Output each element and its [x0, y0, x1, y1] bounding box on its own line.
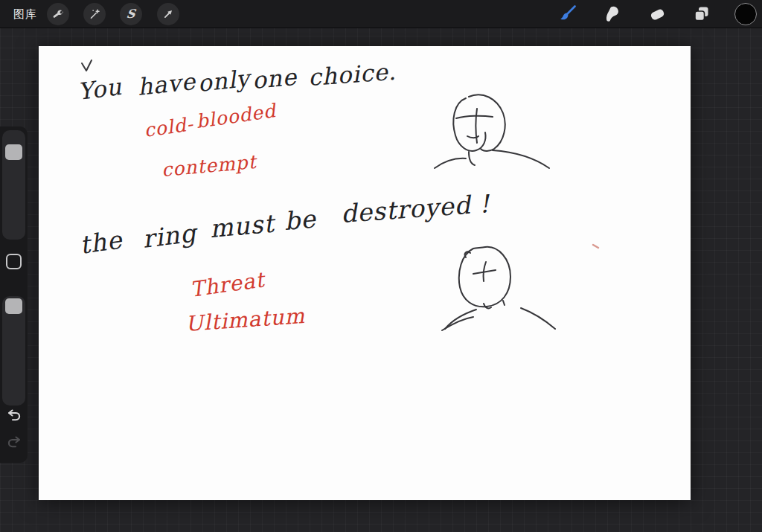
word: ring: [141, 218, 200, 254]
brush-size-handle[interactable]: [5, 144, 22, 160]
sidebar-panel: [0, 126, 28, 463]
word: the: [78, 225, 125, 260]
undo-button[interactable]: [5, 406, 23, 424]
word: Threat: [188, 267, 267, 302]
handwriting-red-ultimatum: Ultimatum: [185, 304, 306, 336]
opacity-handle[interactable]: [5, 298, 22, 314]
word: contempt: [161, 151, 259, 181]
head-sketch-bottom: [442, 247, 555, 330]
selection-button[interactable]: S: [120, 3, 142, 25]
handwriting-black-line-1: You have only one choice.: [76, 58, 397, 105]
arrow-cursor-icon: [161, 7, 175, 21]
transform-button[interactable]: [157, 3, 179, 25]
procreate-workspace: { "topbar": { "gallery_label": "图库", "se…: [0, 0, 762, 532]
paint-tool-button[interactable]: [556, 3, 578, 25]
layers-icon: [692, 4, 711, 24]
actions-button[interactable]: [47, 3, 69, 25]
smudge-tool-button[interactable]: [601, 3, 624, 25]
word: destroyed !: [340, 189, 492, 228]
canvas-artwork: You have only one choice. cold- blooded …: [39, 46, 691, 500]
eraser-icon: [647, 4, 667, 24]
word: blooded: [195, 100, 278, 132]
word: Ultimatum: [185, 304, 306, 336]
stray-red-mark: [593, 245, 598, 248]
handwriting-red-contempt: contempt: [161, 151, 259, 181]
word: only: [196, 64, 254, 96]
word: must: [208, 208, 278, 243]
erase-tool-button[interactable]: [646, 3, 668, 25]
head-sketch-top: [435, 94, 549, 168]
drawing-canvas[interactable]: You have only one choice. cold- blooded …: [39, 46, 691, 500]
paintbrush-icon: [557, 4, 577, 24]
gallery-button[interactable]: 图库: [13, 0, 37, 28]
word: have: [136, 68, 197, 100]
magic-wand-icon: [88, 7, 101, 21]
opacity-slider[interactable]: [2, 296, 25, 406]
modify-button[interactable]: [6, 254, 22, 269]
check-mark-stroke: [82, 60, 92, 71]
handwriting-black-line-2: the ring must be destroyed !: [78, 189, 492, 260]
handwriting-red-cold-blooded: cold- blooded: [143, 100, 278, 141]
adjustments-button[interactable]: [83, 3, 106, 25]
wrench-icon: [51, 7, 65, 21]
redo-icon: [5, 433, 23, 451]
top-toolbar: 图库 S: [0, 0, 762, 28]
word: be: [283, 204, 318, 236]
redo-button[interactable]: [5, 433, 23, 451]
word: You: [76, 73, 123, 105]
word: one: [251, 63, 298, 94]
selection-s-icon: S: [126, 8, 136, 20]
word: cold-: [143, 113, 195, 141]
brush-size-slider[interactable]: [2, 130, 25, 240]
undo-icon: [5, 406, 23, 424]
layers-button[interactable]: [691, 3, 713, 25]
smudge-finger-icon: [603, 4, 622, 24]
handwriting-red-threat: Threat: [188, 267, 267, 302]
color-swatch-button[interactable]: [734, 3, 757, 25]
word: choice.: [307, 58, 397, 91]
